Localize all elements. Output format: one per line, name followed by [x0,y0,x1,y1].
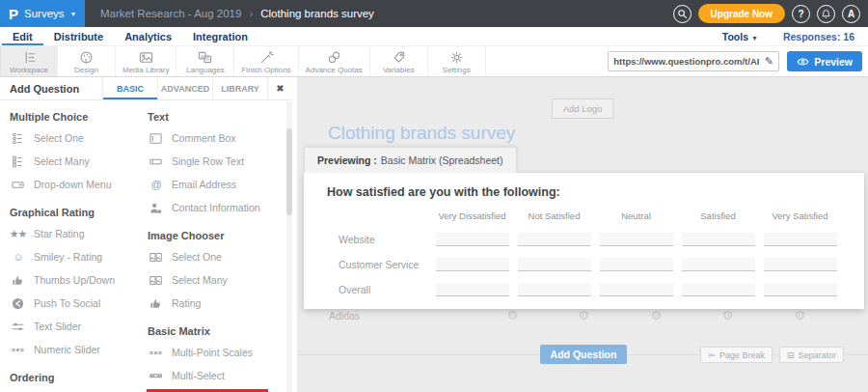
question-type-multi-select[interactable]: Multi-Select [146,364,290,387]
spreadsheet-cell-input[interactable] [764,233,837,246]
question-type-label: Single Row Text [172,155,244,167]
question-type-rank-order[interactable]: Rank Order [8,387,146,392]
spreadsheet-cell-input[interactable] [682,233,755,246]
nav-tab-edit[interactable]: Edit [2,27,43,45]
question-type-column: TextComment BoxSingle Row Text@Email Add… [146,100,290,392]
spreadsheet-cell-input[interactable] [518,258,591,271]
question-type-multi-point-scales[interactable]: Multi-Point Scales [146,341,290,364]
spreadsheet-cell-input[interactable] [682,258,755,271]
media-icon [139,50,153,65]
spreadsheet-cell-input[interactable] [436,283,509,296]
spreadsheet-cell-input[interactable] [600,283,673,296]
nav-tab-analytics[interactable]: Analytics [114,27,182,45]
question-type-label: Select Many [34,155,90,167]
question-type-select-many[interactable]: Select Many [8,150,146,173]
questionpro-logo: P [9,7,18,21]
search-icon[interactable] [673,5,692,23]
spreadsheet-cell-input[interactable] [518,283,591,296]
panel-tab-basic[interactable]: BASIC [102,77,157,99]
question-type-email-address[interactable]: @Email Address [146,173,290,196]
question-type-star-rating[interactable]: ★★Star Rating [8,222,146,245]
spreadsheet-cell-input[interactable] [436,233,509,246]
spreadsheet-cell-input[interactable] [436,258,509,271]
scrollbar-thumb[interactable] [286,128,292,215]
spreadsheet-cell-input[interactable] [518,233,591,246]
question-type-label: Select Many [172,274,228,286]
surveys-menu[interactable]: P Surveys ▼ [0,0,85,27]
spreadsheet-cell-input[interactable] [682,283,755,296]
quotas-icon [327,50,341,65]
question-type-label: Push To Social [34,297,100,309]
toolbar-item-variables[interactable]: Variables [370,46,428,76]
matrix-cell [595,233,677,246]
responses-count[interactable]: Responses: 16 [783,31,854,42]
nav-tab-integration[interactable]: Integration [182,27,258,45]
toolbar-item-settings[interactable]: Settings [428,46,486,76]
add-question-button[interactable]: Add Question [540,345,627,364]
help-icon[interactable]: ? [792,5,810,23]
matrix-row-label: Website [339,234,431,245]
spreadsheet-cell-input[interactable] [764,258,837,271]
close-icon[interactable]: ✖ [267,77,292,99]
separator-button[interactable]: ⊟Separator [779,347,844,363]
question-type-select-one[interactable]: Select One [8,126,146,150]
toolbar-item-label: Settings [443,66,471,74]
section-heading: Ordering [10,372,146,383]
matrix-cell [431,283,513,296]
section-heading: Basic Matrix [148,325,290,337]
eye-icon [797,57,809,67]
matrix-cell [677,283,759,296]
notifications-bell-icon[interactable] [817,5,835,23]
question-type-rating[interactable]: Rating [146,292,290,315]
radio-option-icon [508,311,517,320]
nav-tab-distribute[interactable]: Distribute [43,27,114,45]
question-type-push-to-social[interactable]: Push To Social [8,292,146,315]
toolbar-item-workspace[interactable]: Workspace [0,46,58,76]
question-type-thumbs-up-down[interactable]: Thumbs Up/Down [8,268,146,292]
person-icon [149,202,163,214]
preview-button[interactable]: Preview [787,51,862,71]
panel-tab-advanced[interactable]: ADVANCED [157,77,212,99]
question-type-label: Star Rating [34,228,85,239]
radio-option-icon [723,311,732,320]
question-type-contact-information[interactable]: Contact Information [146,196,290,219]
question-type-select-many[interactable]: Select Many [146,268,290,292]
matrix-row: Website [304,227,864,252]
previewing-label: Previewing : [317,154,377,166]
spreadsheet-cell-input[interactable] [764,283,837,296]
toolbar-item-finish-options[interactable]: Finish Options [234,46,298,76]
tools-menu[interactable]: Tools ▼ [722,31,758,42]
thumb-icon [11,274,25,287]
section-heading: Image Chooser [148,230,290,241]
question-type-single-row-text[interactable]: Single Row Text [146,150,290,173]
panel-tab-library[interactable]: LIBRARY [212,77,267,99]
avatar[interactable]: A [842,5,860,23]
question-type-drop-down-menu[interactable]: Drop-down Menu [8,173,146,196]
upgrade-now-button[interactable]: Upgrade Now [698,4,785,23]
panel-title: Add Question [0,83,102,95]
page-break-button[interactable]: ✂Page Break [700,347,773,363]
toolbar-item-languages[interactable]: aALanguages [176,46,234,76]
panel-scrollbar[interactable] [286,101,292,392]
survey-url-field[interactable]: https://www.questionpro.com/t/APNrFZ ✎ [608,51,779,71]
toolbar-item-advance-quotas[interactable]: Advance Quotas [299,46,370,76]
question-type-select-one[interactable]: Select One [146,245,290,268]
add-logo-button[interactable]: Add Logo [552,98,614,119]
question-type-text-slider[interactable]: Text Slider [8,315,146,338]
breadcrumb-folder[interactable]: Market Research - Aug 2019 [100,8,241,19]
question-type-label: Thumbs Up/Down [34,274,115,286]
question-type-smiley-rating[interactable]: ☺Smiley - Rating [8,245,146,268]
spreadsheet-cell-input[interactable] [600,233,673,246]
matrix-cell [759,258,841,271]
toolbar-item-media-library[interactable]: Media Library [116,46,176,76]
stars-icon: ★★ [11,229,25,239]
editor-toolbar: WorkspaceDesignMedia LibraryaALanguagesF… [0,46,868,77]
toolbar-item-design[interactable]: Design [58,46,116,76]
question-type-comment-box[interactable]: Comment Box [146,126,290,150]
spreadsheet-matrix: Very DissatisfiedNot SatisfiedNeutralSat… [304,204,864,302]
spreadsheet-cell-input[interactable] [600,258,673,271]
edit-url-pencil-icon[interactable]: ✎ [759,55,778,68]
question-type-numeric-slider[interactable]: Numeric Slider [8,338,146,361]
matrix-cell [431,258,513,271]
toolbar-item-label: Design [74,66,98,74]
